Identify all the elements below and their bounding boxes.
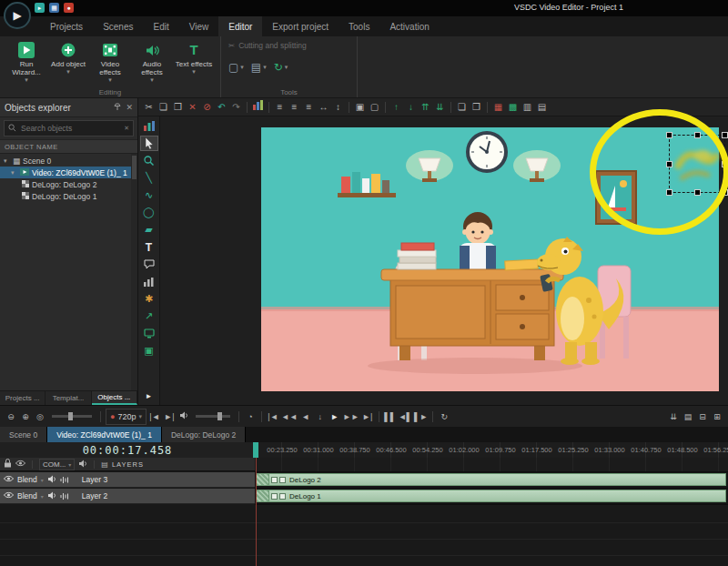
menu-projects[interactable]: Projects (40, 16, 93, 36)
bring-to-front-icon[interactable]: ⇈ (419, 98, 432, 116)
remove-all-icon[interactable]: ⊘ (200, 98, 214, 116)
original-size-icon[interactable]: ▢ (368, 98, 381, 116)
cut-icon[interactable]: ✂ (142, 98, 156, 116)
search-input[interactable] (19, 123, 121, 134)
align-left-icon[interactable]: ≡ (273, 98, 287, 116)
expander-icon[interactable]: ▾ (11, 169, 17, 177)
tree-item-delogo2[interactable]: DeLogo: DeLogo 2 (0, 178, 137, 190)
paste-icon[interactable]: ❐ (171, 98, 185, 116)
rotate-tool-button[interactable]: ↻ ▾ (274, 61, 288, 74)
tree-item-scene[interactable]: ▾ ▦ Scene 0 (0, 155, 137, 167)
scene-tab-scene0[interactable]: Scene 0 (0, 427, 47, 442)
zoom-slider-thumb[interactable] (68, 412, 73, 420)
undo-icon[interactable]: ↶ (215, 98, 228, 116)
remove-row-icon[interactable]: ⊟ (696, 407, 709, 427)
tooltip-tool-icon[interactable] (141, 258, 157, 271)
zoom-in-icon[interactable]: ⊕ (19, 407, 32, 427)
add-row-icon[interactable]: ⊞ (711, 407, 723, 427)
layer-name-label[interactable]: Layer 3 (82, 475, 107, 484)
timeline-ruler[interactable]: 00:23.250 00:31.000 00:38.750 00:46.500 … (255, 442, 728, 459)
text-effects-button[interactable]: T Text effects ▾ (175, 39, 213, 86)
quick-save-icon[interactable]: ▸ (35, 3, 45, 13)
move-down-icon[interactable]: ↓ (404, 98, 418, 116)
quick-export-icon[interactable]: ● (64, 3, 74, 13)
snapshot-button[interactable]: ↓ (314, 407, 327, 427)
sprite-tool-icon[interactable]: ✱ (141, 292, 157, 306)
volume-slider[interactable] (196, 415, 230, 418)
line-tool-icon[interactable]: ╲ (141, 171, 157, 185)
move-up-icon[interactable]: ↑ (389, 98, 403, 116)
audio-icon[interactable] (47, 491, 56, 501)
playhead-marker[interactable] (253, 442, 258, 458)
volume-icon[interactable] (177, 407, 190, 427)
cutting-splitting-button[interactable]: ✂ Cutting and splitting (228, 39, 349, 52)
trend-tool-icon[interactable]: ↗ (141, 309, 157, 323)
chart-small-tool-icon[interactable] (141, 275, 157, 288)
send-to-back-icon[interactable]: ⇊ (433, 98, 447, 116)
tab-objects[interactable]: Objects ... (92, 391, 137, 405)
chevron-down-icon[interactable]: ▾ (41, 493, 44, 500)
selection-handle[interactable] (722, 132, 728, 138)
timeline-ruler-lower[interactable] (255, 458, 728, 472)
tab-projects[interactable]: Projects ... (0, 391, 46, 405)
grid-red-icon[interactable]: ▦ (491, 98, 505, 116)
object-name-column-header[interactable]: OBJECT NAME (0, 139, 137, 154)
commands-dropdown[interactable]: COM... ▾ (39, 459, 75, 470)
text-tool-icon[interactable]: T (141, 240, 157, 254)
rewind-button[interactable]: ◄◄ (281, 407, 298, 427)
menu-scenes[interactable]: Scenes (93, 16, 143, 36)
playhead-line[interactable] (256, 458, 257, 566)
tab-templates[interactable]: Templat... (46, 391, 91, 405)
redo-icon[interactable]: ↷ (229, 98, 243, 116)
clip-stretch-handle[interactable] (257, 474, 269, 485)
grid-green-icon[interactable]: ▩ (506, 98, 520, 116)
resolution-button[interactable]: ● 720p ▾ (106, 409, 147, 425)
menu-view[interactable]: View (179, 16, 219, 36)
frame-back-button[interactable]: ◄▌ (399, 407, 412, 427)
go-to-start-button[interactable]: |◄ (267, 407, 279, 427)
fast-forward-button[interactable]: ►► (343, 407, 359, 427)
waveform-icon[interactable] (60, 492, 69, 500)
audio-icon[interactable] (78, 460, 87, 470)
layer-name-label[interactable]: Layer 2 (82, 491, 107, 500)
next-frame-marker-icon[interactable]: ►| (163, 407, 176, 427)
lock-icon[interactable] (4, 459, 12, 470)
chevron-down-icon[interactable]: ▾ (41, 477, 44, 483)
menu-edit[interactable]: Edit (143, 16, 178, 36)
chart-colors-icon[interactable] (251, 98, 265, 116)
delete-icon[interactable]: ✕ (186, 98, 199, 116)
tree-item-video[interactable]: ▾ Video: ZCl69dVtW0E (1)_ 1 (0, 167, 137, 178)
audio-icon[interactable] (47, 475, 56, 485)
eye-icon[interactable] (4, 491, 14, 500)
align-right-icon[interactable]: ≡ (302, 98, 316, 116)
track1-lane[interactable]: DeLogo 2 (255, 472, 728, 489)
copy-properties-icon[interactable]: ❏ (455, 98, 469, 116)
monitor-tool-icon[interactable] (141, 327, 157, 340)
audio-effects-button[interactable]: Audio effects ▾ (133, 39, 171, 86)
eye-icon[interactable] (4, 475, 14, 484)
distribute-horizontal-icon[interactable]: ↔ (317, 98, 330, 116)
volume-slider-thumb[interactable] (217, 412, 222, 420)
add-object-button[interactable]: Add object ▾ (49, 39, 87, 86)
eye-icon[interactable] (15, 460, 25, 469)
blend-mode-label[interactable]: Blend (17, 475, 37, 484)
strip-scroll-down-icon[interactable]: ► (141, 389, 157, 403)
sprite-tool-button[interactable]: ▤ ▾ (251, 61, 267, 74)
zoom-slider[interactable] (52, 415, 92, 418)
zoom-out-icon[interactable]: ⊖ (5, 407, 17, 427)
paste-properties-icon[interactable]: ❐ (470, 98, 483, 116)
track2-lane[interactable]: DeLogo 1 (255, 489, 728, 505)
scene-tab-delogo2[interactable]: DeLogo: DeLogo 2 (162, 427, 246, 442)
clear-search-icon[interactable]: ✕ (124, 125, 129, 132)
menu-editor[interactable]: Editor (218, 16, 262, 36)
pin-icon[interactable] (114, 103, 121, 113)
go-to-end-button[interactable]: ►| (361, 407, 374, 427)
clock-icon[interactable]: ◔ (244, 407, 257, 427)
frame-forward-button[interactable]: ▌► (414, 407, 428, 427)
clip-delogo2[interactable]: DeLogo 2 (256, 473, 726, 486)
chart-tool-icon[interactable] (141, 119, 157, 133)
distribute-vertical-icon[interactable]: ↕ (331, 98, 345, 116)
menu-tools[interactable]: Tools (339, 16, 379, 36)
loop-button[interactable]: ↻ (438, 407, 450, 427)
copy-icon[interactable]: ❏ (157, 98, 170, 116)
